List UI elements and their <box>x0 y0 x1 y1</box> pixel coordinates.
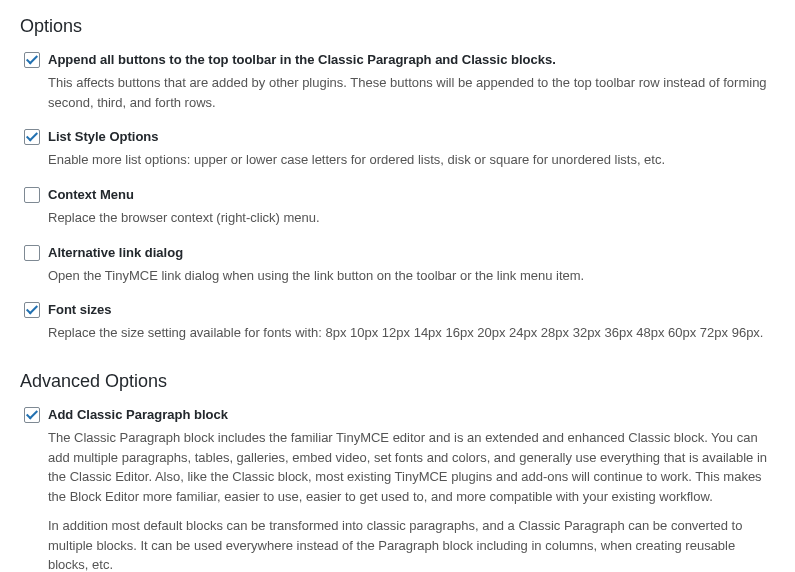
option-alt-link-dialog: Alternative link dialog Open the TinyMCE… <box>20 244 775 286</box>
options-heading: Options <box>20 16 775 37</box>
option-description: Open the TinyMCE link dialog when using … <box>48 266 775 286</box>
option-label[interactable]: Add Classic Paragraph block <box>48 406 775 424</box>
checkbox-alt-link-dialog[interactable] <box>24 245 40 261</box>
option-label[interactable]: Append all buttons to the top toolbar in… <box>48 51 775 69</box>
option-description-2: In addition most default blocks can be t… <box>48 516 775 572</box>
option-content: List Style Options Enable more list opti… <box>48 128 775 170</box>
option-context-menu: Context Menu Replace the browser context… <box>20 186 775 228</box>
checkbox-append-buttons[interactable] <box>24 52 40 68</box>
checkbox-font-sizes[interactable] <box>24 302 40 318</box>
option-append-buttons: Append all buttons to the top toolbar in… <box>20 51 775 112</box>
option-font-sizes: Font sizes Replace the size setting avai… <box>20 301 775 343</box>
checkbox-context-menu[interactable] <box>24 187 40 203</box>
checkbox-list-style[interactable] <box>24 129 40 145</box>
option-description: The Classic Paragraph block includes the… <box>48 428 775 506</box>
option-description: Replace the browser context (right-click… <box>48 208 775 228</box>
option-content: Add Classic Paragraph block The Classic … <box>48 406 775 572</box>
option-description: This affects buttons that are added by o… <box>48 73 775 112</box>
option-content: Alternative link dialog Open the TinyMCE… <box>48 244 775 286</box>
advanced-options-heading: Advanced Options <box>20 371 775 392</box>
option-content: Font sizes Replace the size setting avai… <box>48 301 775 343</box>
option-description: Enable more list options: upper or lower… <box>48 150 775 170</box>
checkbox-classic-paragraph[interactable] <box>24 407 40 423</box>
option-classic-paragraph: Add Classic Paragraph block The Classic … <box>20 406 775 572</box>
option-label[interactable]: Alternative link dialog <box>48 244 775 262</box>
option-label[interactable]: List Style Options <box>48 128 775 146</box>
option-description: Replace the size setting available for f… <box>48 323 775 343</box>
option-label[interactable]: Context Menu <box>48 186 775 204</box>
option-content: Append all buttons to the top toolbar in… <box>48 51 775 112</box>
option-label[interactable]: Font sizes <box>48 301 775 319</box>
option-list-style: List Style Options Enable more list opti… <box>20 128 775 170</box>
option-content: Context Menu Replace the browser context… <box>48 186 775 228</box>
